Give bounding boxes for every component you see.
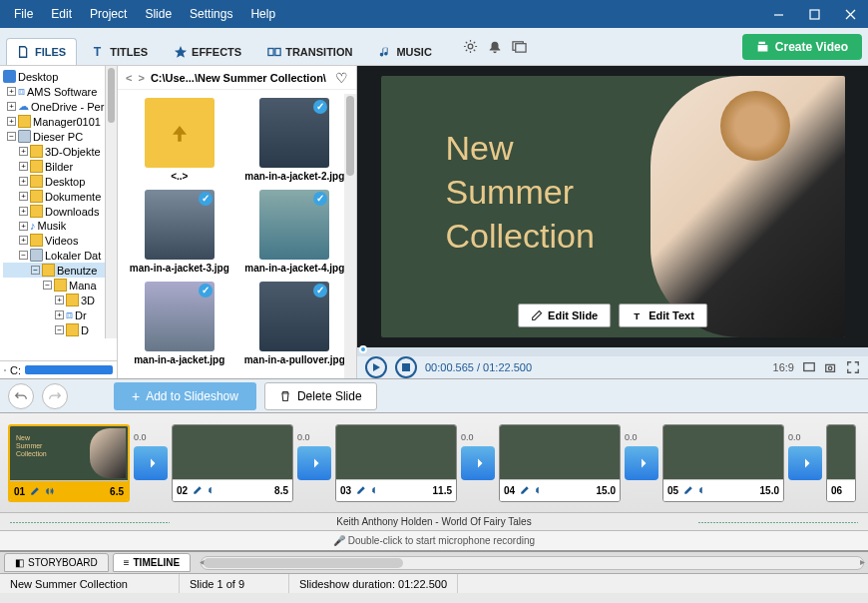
tree-item[interactable]: +3D-Objekte xyxy=(3,144,114,159)
menu-edit[interactable]: Edit xyxy=(43,3,80,25)
clip-05[interactable]: 0515.0 xyxy=(662,424,784,502)
slide-image xyxy=(651,76,845,337)
stop-button[interactable] xyxy=(395,356,417,378)
transition[interactable] xyxy=(134,446,168,480)
bell-icon[interactable] xyxy=(488,40,502,54)
menu-file[interactable]: File xyxy=(6,3,41,25)
file-thumb[interactable]: ✓man-in-a-jacket-4.jpg xyxy=(241,190,349,274)
tree-item[interactable]: +Bilder xyxy=(3,159,114,174)
tree-item[interactable]: −Dieser PC xyxy=(3,129,114,144)
transition[interactable] xyxy=(625,446,658,480)
svg-rect-9 xyxy=(516,44,526,52)
tree-item[interactable]: −Lokaler Dat xyxy=(3,248,114,263)
tree-item[interactable]: +Videos xyxy=(3,233,114,248)
favorite-icon[interactable]: ♡ xyxy=(335,70,348,86)
tab-titles[interactable]: T TITLES xyxy=(81,38,159,65)
file-thumb[interactable]: ✓man-in-a-jacket-2.jpg xyxy=(241,98,349,182)
tree-item[interactable]: +Dokumente xyxy=(3,189,114,204)
undo-button[interactable] xyxy=(8,383,34,409)
nav-back[interactable]: < xyxy=(126,72,132,84)
delete-slide-button[interactable]: Delete Slide xyxy=(264,382,377,410)
clip-06[interactable]: 06 xyxy=(826,424,856,502)
image-icon[interactable] xyxy=(512,39,527,54)
seek-bar[interactable] xyxy=(357,347,868,356)
tree-item[interactable]: +3D xyxy=(3,293,114,307)
file-thumb[interactable]: ✓man-in-a-jacket.jpg xyxy=(126,282,233,365)
time-display: 00:00.565 / 01:22.500 xyxy=(425,361,532,373)
aspect-ratio[interactable]: 16:9 xyxy=(773,361,794,373)
timeline-scrollbar[interactable]: ◂ ▸ xyxy=(201,556,864,570)
browser-scrollbar[interactable] xyxy=(344,94,356,378)
tree-item[interactable]: −Mana xyxy=(3,278,114,293)
tree-item[interactable]: +Manager0101 xyxy=(3,114,114,129)
tab-music[interactable]: MUSIC xyxy=(367,38,442,65)
maximize-button[interactable] xyxy=(796,0,832,28)
tab-storyboard[interactable]: ◧ STORYBOARD xyxy=(4,553,109,572)
bottom-tabs: ◧ STORYBOARD ≡ TIMELINE ◂ ▸ xyxy=(0,551,868,573)
file-thumb[interactable]: ✓man-in-a-pullover.jpg xyxy=(241,282,349,365)
status-bar: New Summer Collection Slide 1 of 9 Slide… xyxy=(0,573,868,593)
svg-rect-5 xyxy=(268,49,273,56)
clips-row: NewSummerCollection 016.5 028.5 0311.5 0… xyxy=(0,413,868,512)
transition[interactable] xyxy=(461,446,495,480)
status-slide: Slide 1 of 9 xyxy=(180,574,289,593)
fullscreen-icon[interactable] xyxy=(846,360,860,374)
svg-point-7 xyxy=(468,44,473,49)
tree-scrollbar[interactable] xyxy=(105,66,117,338)
svg-rect-13 xyxy=(826,364,835,371)
add-to-slideshow-button[interactable]: +Add to Slideshow xyxy=(114,382,256,410)
path-display: C:\Use...\New Summer Collection\ xyxy=(151,72,329,84)
tree-item[interactable]: +Desktop xyxy=(3,174,114,189)
menu-project[interactable]: Project xyxy=(82,3,135,25)
audio-track[interactable]: Keith Anthony Holden - World Of Fairy Ta… xyxy=(0,512,868,530)
slide-preview: NewSummerCollection xyxy=(381,76,845,337)
nav-forward[interactable]: > xyxy=(138,72,144,84)
tree-item-selected[interactable]: −Benutze xyxy=(3,263,114,278)
svg-rect-12 xyxy=(804,363,815,371)
tree-item[interactable]: +⧈Dr xyxy=(3,307,114,322)
tab-timeline[interactable]: ≡ TIMELINE xyxy=(113,553,192,572)
gear-icon[interactable] xyxy=(463,39,478,54)
minimize-button[interactable] xyxy=(760,0,796,28)
status-title: New Summer Collection xyxy=(0,574,180,593)
mic-track[interactable]: 🎤 Double-click to start microphone recor… xyxy=(0,530,868,550)
transition[interactable] xyxy=(788,446,822,480)
menu-slide[interactable]: Slide xyxy=(137,3,180,25)
status-duration: Slideshow duration: 01:22.500 xyxy=(289,574,458,593)
svg-rect-11 xyxy=(402,363,410,371)
edit-slide-button[interactable]: Edit Slide xyxy=(518,303,611,327)
tree-item[interactable]: −D xyxy=(3,322,114,337)
tree-item[interactable]: +♪Musik xyxy=(3,219,114,233)
file-thumb[interactable]: ✓man-in-a-jacket-3.jpg xyxy=(126,190,233,274)
tree-item[interactable]: +☁OneDrive - Per xyxy=(3,99,114,114)
redo-button[interactable] xyxy=(42,383,68,409)
camera-icon[interactable] xyxy=(824,360,838,374)
close-button[interactable] xyxy=(832,0,868,28)
preview-panel: NewSummerCollection Edit Slide TEdit Tex… xyxy=(357,66,868,378)
edit-text-button[interactable]: TEdit Text xyxy=(619,303,707,327)
screen-icon[interactable] xyxy=(802,360,816,374)
tree-item[interactable]: +⧈AMS Software xyxy=(3,84,114,99)
tab-files[interactable]: FILES xyxy=(6,38,77,65)
menu-help[interactable]: Help xyxy=(242,3,283,25)
svg-text:T: T xyxy=(94,45,102,59)
tree-root[interactable]: Desktop xyxy=(3,69,114,84)
tab-transition[interactable]: TRANSITION xyxy=(256,38,363,65)
tree-item[interactable]: +Downloads xyxy=(3,204,114,219)
main-menu: File Edit Project Slide Settings Help xyxy=(0,3,283,25)
create-video-button[interactable]: Create Video xyxy=(742,34,862,60)
clip-02[interactable]: 028.5 xyxy=(172,424,293,502)
clip-01[interactable]: NewSummerCollection 016.5 xyxy=(8,424,130,502)
folder-up[interactable]: <..> xyxy=(126,98,233,182)
timeline: NewSummerCollection 016.5 028.5 0311.5 0… xyxy=(0,413,868,551)
clip-03[interactable]: 0311.5 xyxy=(335,424,457,502)
clip-04[interactable]: 0415.0 xyxy=(499,424,621,502)
slide-title-text: NewSummerCollection xyxy=(446,126,595,259)
titlebar: File Edit Project Slide Settings Help xyxy=(0,0,868,28)
tab-effects[interactable]: EFFECTS xyxy=(163,38,252,65)
drive-indicator: C: xyxy=(0,360,117,378)
play-button[interactable] xyxy=(365,356,387,378)
transition[interactable] xyxy=(297,446,331,480)
menu-settings[interactable]: Settings xyxy=(182,3,240,25)
file-browser: < > C:\Use...\New Summer Collection\ ♡ <… xyxy=(118,66,357,378)
